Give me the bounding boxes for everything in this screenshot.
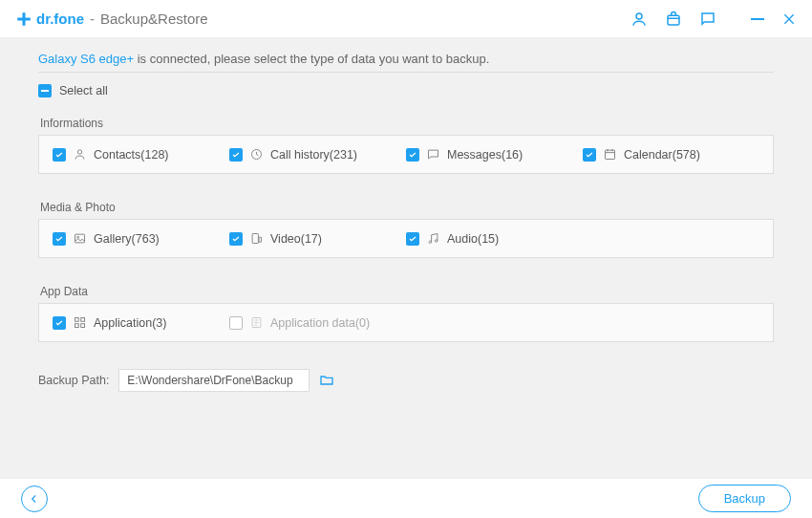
- category-block: Media & PhotoGallery(763)Video(17)Audio(…: [38, 201, 774, 258]
- svg-point-9: [429, 241, 432, 244]
- gallery-icon: [73, 231, 87, 246]
- category-box: Contacts(128)Call history(231)Messages(1…: [38, 135, 774, 174]
- item-label: Application(3): [94, 316, 166, 330]
- status-message: is connected, please select the type of …: [134, 52, 489, 66]
- backup-path-row: Backup Path:: [38, 369, 774, 392]
- category-box: Gallery(763)Video(17)Audio(15): [38, 219, 774, 258]
- item-checkbox[interactable]: [406, 148, 419, 162]
- user-icon[interactable]: [630, 11, 648, 28]
- select-all-checkbox[interactable]: [38, 84, 52, 97]
- item-checkbox[interactable]: [53, 148, 66, 162]
- package-icon[interactable]: [665, 11, 682, 28]
- item-label: Application data(0): [270, 316, 370, 330]
- item-checkbox[interactable]: [53, 316, 66, 330]
- svg-rect-8: [259, 237, 262, 242]
- data-type-item: Application data(0): [229, 315, 406, 330]
- status-line: Galaxy S6 edge+ is connected, please sel…: [38, 52, 774, 66]
- audio-icon: [426, 231, 440, 246]
- item-label: Audio(15): [447, 232, 499, 246]
- divider: [38, 72, 774, 73]
- svg-rect-12: [81, 318, 85, 322]
- select-all-label: Select all: [59, 84, 108, 97]
- item-checkbox[interactable]: [229, 148, 243, 162]
- data-type-item[interactable]: Gallery(763): [53, 231, 229, 246]
- item-checkbox[interactable]: [406, 232, 419, 246]
- select-all-row[interactable]: Select all: [38, 84, 774, 97]
- svg-point-10: [435, 240, 438, 243]
- item-checkbox[interactable]: [583, 148, 596, 162]
- item-label: Contacts(128): [94, 148, 169, 162]
- contact-icon: [73, 147, 87, 162]
- item-checkbox: [229, 316, 243, 330]
- svg-point-2: [77, 150, 81, 154]
- logo-plus-icon: [15, 11, 32, 28]
- svg-rect-4: [606, 150, 615, 159]
- app-icon: [73, 315, 87, 330]
- item-label: Call history(231): [270, 148, 357, 162]
- minimize-button[interactable]: [751, 18, 764, 20]
- video-icon: [249, 231, 264, 246]
- category-title: App Data: [40, 285, 774, 298]
- svg-point-0: [636, 13, 642, 19]
- item-label: Messages(16): [447, 148, 523, 162]
- data-type-item[interactable]: Contacts(128): [53, 147, 229, 162]
- data-type-item[interactable]: Audio(15): [406, 231, 583, 246]
- category-block: App DataApplication(3)Application data(0…: [38, 285, 774, 342]
- footer: Backup: [0, 478, 812, 518]
- appdata-icon: [249, 315, 264, 330]
- svg-rect-5: [75, 234, 85, 243]
- category-title: Media & Photo: [40, 201, 774, 214]
- history-icon: [249, 147, 264, 162]
- backup-button[interactable]: Backup: [698, 485, 791, 512]
- svg-rect-14: [81, 324, 85, 328]
- brand-name: dr.fone: [36, 11, 84, 27]
- data-type-item[interactable]: Calendar(578): [583, 147, 759, 162]
- item-label: Gallery(763): [94, 232, 160, 246]
- titlebar: dr.fone - Backup&Restore: [0, 0, 812, 38]
- device-name: Galaxy S6 edge+: [38, 52, 134, 66]
- item-label: Video(17): [270, 232, 322, 246]
- category-block: InformationsContacts(128)Call history(23…: [38, 117, 774, 174]
- main-content: Galaxy S6 edge+ is connected, please sel…: [0, 38, 812, 478]
- page-title: Backup&Restore: [100, 11, 208, 27]
- close-button[interactable]: [781, 11, 797, 27]
- data-type-item[interactable]: Messages(16): [406, 147, 583, 162]
- svg-rect-1: [668, 15, 679, 25]
- backup-path-label: Backup Path:: [38, 374, 109, 387]
- backup-path-input[interactable]: [118, 369, 310, 392]
- svg-rect-13: [75, 324, 79, 328]
- back-button[interactable]: [21, 486, 48, 512]
- svg-rect-7: [252, 234, 258, 244]
- app-logo: dr.fone: [15, 11, 84, 28]
- browse-folder-button[interactable]: [319, 373, 334, 388]
- data-type-item[interactable]: Call history(231): [229, 147, 406, 162]
- item-checkbox[interactable]: [53, 232, 66, 246]
- data-type-item[interactable]: Application(3): [53, 315, 229, 330]
- title-separator: -: [90, 11, 95, 27]
- item-checkbox[interactable]: [229, 232, 243, 246]
- category-box: Application(3)Application data(0): [38, 303, 774, 342]
- category-title: Informations: [40, 117, 774, 130]
- feedback-icon[interactable]: [699, 11, 716, 28]
- message-icon: [426, 147, 440, 162]
- calendar-icon: [603, 147, 617, 162]
- data-type-item[interactable]: Video(17): [229, 231, 406, 246]
- svg-rect-11: [75, 318, 79, 322]
- item-label: Calendar(578): [624, 148, 700, 162]
